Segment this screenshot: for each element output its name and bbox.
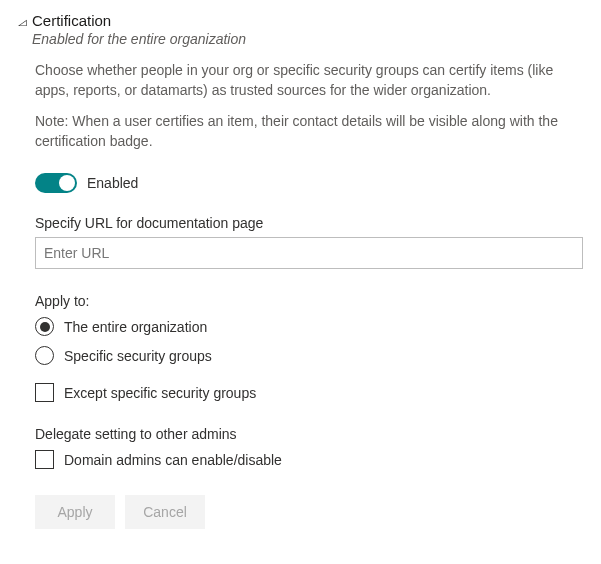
documentation-url-input[interactable] bbox=[35, 237, 583, 269]
title-block: Certification Enabled for the entire org… bbox=[32, 12, 583, 47]
url-field-label: Specify URL for documentation page bbox=[35, 215, 583, 231]
checkbox-except-groups[interactable] bbox=[35, 383, 54, 402]
radio-entire-organization-label: The entire organization bbox=[64, 319, 207, 335]
apply-button[interactable]: Apply bbox=[35, 495, 115, 529]
checkbox-domain-admins-label: Domain admins can enable/disable bbox=[64, 452, 282, 468]
radio-specific-security-groups-label: Specific security groups bbox=[64, 348, 212, 364]
radio-entire-organization[interactable] bbox=[35, 317, 54, 336]
chevron-expand-icon[interactable]: ◿ bbox=[18, 18, 26, 27]
enabled-toggle[interactable] bbox=[35, 173, 77, 193]
delegate-label: Delegate setting to other admins bbox=[35, 426, 583, 442]
note-text: Note: When a user certifies an item, the… bbox=[35, 112, 583, 151]
section-subtitle: Enabled for the entire organization bbox=[32, 31, 583, 47]
checkbox-domain-admins[interactable] bbox=[35, 450, 54, 469]
radio-specific-security-groups[interactable] bbox=[35, 346, 54, 365]
section-title: Certification bbox=[32, 12, 583, 29]
cancel-button[interactable]: Cancel bbox=[125, 495, 205, 529]
section-header: ◿ Certification Enabled for the entire o… bbox=[18, 12, 583, 47]
description-text: Choose whether people in your org or spe… bbox=[35, 61, 583, 100]
apply-to-label: Apply to: bbox=[35, 293, 583, 309]
toggle-knob bbox=[59, 175, 75, 191]
checkbox-except-groups-label: Except specific security groups bbox=[64, 385, 256, 401]
toggle-state-label: Enabled bbox=[87, 175, 138, 191]
